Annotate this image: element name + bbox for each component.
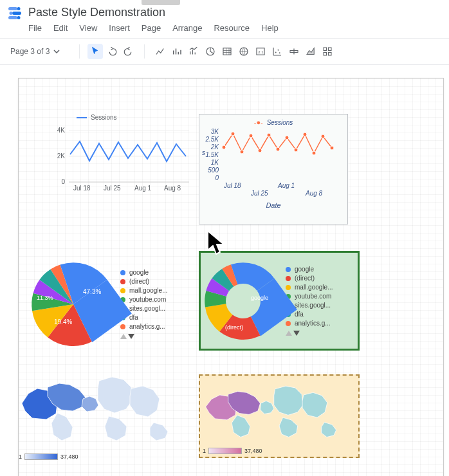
pie-slice-label: 11.3% — [37, 295, 53, 301]
menu-bar: File Edit View Insert Page Arrange Resou… — [28, 19, 443, 38]
svg-point-46 — [303, 133, 307, 136]
map-scale: 1 37,480 — [19, 453, 186, 460]
pointer-icon — [89, 46, 101, 57]
bullet-chart-button[interactable] — [286, 44, 302, 59]
page-canvas[interactable]: Sessions 4K 2K 0 Jul 18 Jul 25 Aug 1 Aug… — [18, 78, 444, 476]
legend-sessions-blue: Sessions — [77, 114, 192, 121]
svg-point-41 — [258, 149, 262, 152]
svg-text:2K: 2K — [57, 152, 66, 160]
page-selector-label: Page 3 of 3 — [10, 47, 50, 56]
pie-slice-label: 19.4% — [54, 318, 72, 325]
bar-chart-icon — [171, 46, 183, 57]
svg-rect-7 — [223, 48, 231, 55]
legend-swatch-icon: -●- — [254, 118, 263, 126]
svg-point-1 — [17, 7, 21, 10]
legend-label: Sessions — [91, 114, 117, 121]
menu-arrange[interactable]: Arrange — [172, 23, 202, 33]
svg-text:1K: 1K — [211, 159, 220, 166]
chart-sessions-blue[interactable]: Sessions 4K 2K 0 Jul 18 Jul 25 Aug 1 Aug… — [51, 114, 192, 210]
toolbar-separator — [79, 44, 80, 59]
svg-point-48 — [321, 134, 325, 138]
legend-pager[interactable] — [286, 331, 333, 336]
svg-point-37 — [222, 145, 226, 149]
chart-geo-map-pink[interactable]: 1 37,480 — [199, 374, 360, 458]
menu-edit[interactable]: Edit — [53, 23, 68, 33]
svg-text:s: s — [202, 149, 205, 156]
header: Paste Style Demonstration File Edit View… — [0, 0, 449, 38]
scorecard-icon: 2.1 — [255, 46, 266, 57]
bar-chart-button[interactable] — [169, 44, 185, 59]
svg-point-13 — [279, 52, 280, 53]
svg-point-45 — [294, 148, 298, 152]
datastudio-logo-svg — [7, 5, 23, 20]
toolbar-separator — [144, 44, 145, 59]
pie-chart-button[interactable] — [203, 44, 218, 59]
svg-point-3 — [10, 12, 13, 15]
redo-button[interactable] — [121, 44, 136, 59]
table-icon — [221, 46, 233, 57]
document-title[interactable]: Paste Style Demonstration — [28, 4, 443, 19]
svg-text:0: 0 — [215, 174, 219, 181]
legend-pager[interactable] — [120, 334, 167, 339]
combo-chart-button[interactable] — [186, 44, 201, 59]
menu-page[interactable]: Page — [142, 23, 161, 33]
menu-help[interactable]: Help — [261, 23, 279, 33]
scorecard-button[interactable]: 2.1 — [253, 44, 268, 59]
pie-legend: google (direct) mall.google... youtube.c… — [120, 269, 167, 339]
svg-point-40 — [249, 134, 253, 138]
chart-geo-map-blue[interactable]: 1 37,480 — [19, 368, 186, 464]
bullet-icon — [288, 46, 300, 57]
svg-point-42 — [267, 133, 271, 137]
chevron-down-icon — [53, 50, 60, 53]
svg-point-43 — [276, 147, 280, 151]
toolbar: Page 3 of 3 2.1 — [0, 38, 449, 65]
world-map-svg — [19, 368, 186, 448]
undo-button[interactable] — [104, 44, 120, 59]
geo-chart-button[interactable] — [236, 44, 252, 59]
legend-label: Sessions — [267, 119, 293, 126]
menu-insert[interactable]: Insert — [109, 23, 130, 33]
gradient-bar-icon — [208, 448, 242, 454]
svg-text:2K: 2K — [210, 143, 220, 151]
table-button[interactable] — [219, 44, 235, 59]
svg-text:4K: 4K — [57, 127, 66, 134]
chart-sessions-orange[interactable]: -●- Sessions 3K 2.5K 2K 1.5K 1K 500 0 s — [199, 114, 348, 224]
select-tool-button[interactable] — [87, 44, 103, 59]
svg-text:Aug 8: Aug 8 — [164, 185, 181, 192]
pivot-table-button[interactable] — [320, 44, 335, 59]
pie-chart-icon — [205, 46, 216, 57]
chart-svg: 3K 2.5K 2K 1.5K 1K 500 0 s Jul 18 Jul 25 — [199, 126, 341, 202]
svg-rect-0 — [8, 7, 17, 10]
svg-rect-15 — [324, 48, 327, 51]
page-selector[interactable]: Page 3 of 3 — [6, 46, 64, 57]
svg-text:Jul 25: Jul 25 — [104, 185, 121, 192]
svg-point-47 — [312, 151, 316, 155]
canvas-scroll[interactable]: Sessions 4K 2K 0 Jul 18 Jul 25 Aug 1 Aug… — [0, 65, 449, 476]
chart-svg: 4K 2K 0 Jul 18 Jul 25 Aug 1 Aug 8 — [51, 121, 192, 192]
line-chart-button[interactable] — [152, 44, 168, 59]
legend-sessions-orange: -●- Sessions — [199, 118, 347, 126]
svg-point-12 — [278, 50, 279, 51]
scale-min: 1 — [203, 448, 206, 454]
svg-text:Jul 18: Jul 18 — [73, 185, 91, 192]
svg-point-49 — [330, 146, 334, 150]
svg-rect-2 — [12, 12, 21, 15]
scatter-chart-button[interactable] — [270, 44, 285, 59]
svg-rect-18 — [329, 53, 332, 56]
svg-point-38 — [231, 132, 235, 136]
menu-file[interactable]: File — [28, 23, 42, 33]
chart-sources-pie[interactable]: 47.3% 19.4% 11.3% google (direct) mall.g… — [32, 251, 199, 357]
svg-text:500: 500 — [208, 167, 219, 174]
pie-svg — [15, 246, 132, 363]
area-chart-button[interactable] — [303, 44, 318, 59]
menu-resource[interactable]: Resource — [214, 23, 250, 33]
globe-icon — [238, 46, 250, 57]
chart-sources-donut[interactable]: google (direct) google (direct) mall.goo… — [199, 251, 360, 351]
scale-min: 1 — [19, 453, 22, 460]
svg-rect-16 — [329, 48, 332, 51]
donut-svg — [189, 247, 297, 355]
menu-view[interactable]: View — [79, 23, 97, 33]
svg-text:0: 0 — [61, 178, 65, 185]
svg-point-5 — [17, 16, 21, 19]
scatter-icon — [271, 46, 283, 57]
